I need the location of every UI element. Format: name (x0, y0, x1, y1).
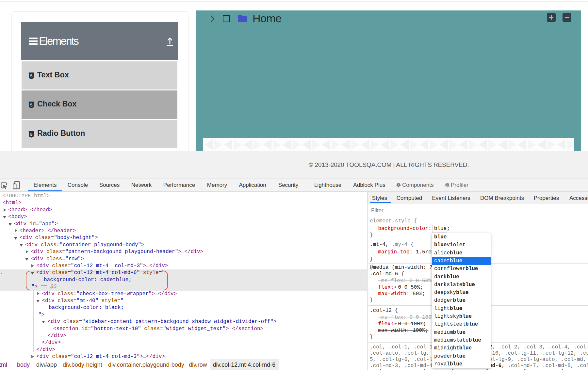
svg-text:5: 5 (30, 103, 33, 107)
svg-text:5: 5 (30, 132, 33, 137)
svg-text:5: 5 (30, 73, 33, 78)
